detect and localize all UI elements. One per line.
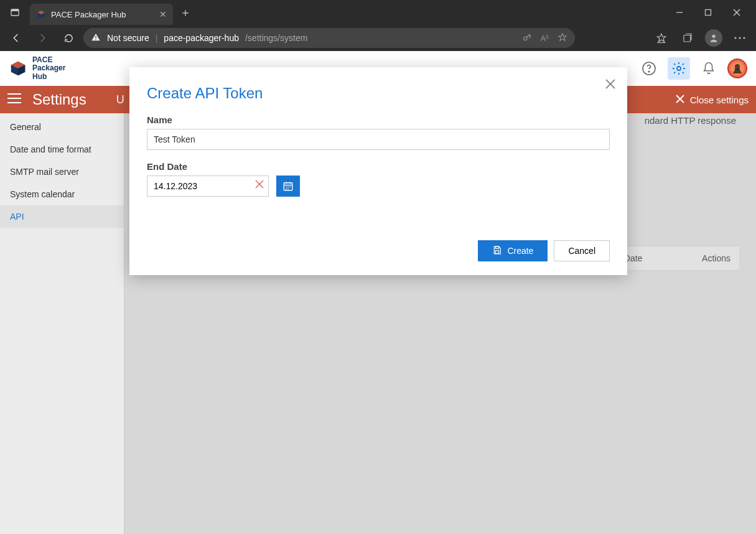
- cancel-label: Cancel: [568, 246, 595, 256]
- obscured-tab-letter: U: [116, 93, 124, 106]
- sidebar-item-smtp[interactable]: SMTP mail server: [0, 161, 124, 183]
- url-host: pace-packager-hub: [164, 33, 239, 43]
- svg-rect-1: [11, 9, 19, 11]
- svg-point-22: [677, 67, 681, 70]
- address-bar[interactable]: Not secure | pace-packager-hub/settings/…: [83, 28, 575, 48]
- tab-close-icon[interactable]: ✕: [159, 9, 167, 19]
- maximize-button[interactable]: [694, 0, 722, 25]
- save-icon: [492, 245, 502, 257]
- clear-date-icon[interactable]: [255, 180, 264, 191]
- settings-sidebar: General Date and time format SMTP mail s…: [0, 113, 124, 534]
- svg-rect-44: [496, 246, 499, 248]
- close-icon: [675, 94, 685, 106]
- address-bar-row: Not secure | pace-packager-hub/settings/…: [0, 25, 756, 51]
- svg-point-24: [735, 64, 740, 69]
- modal-close-button[interactable]: [605, 78, 616, 93]
- settings-title: Settings: [32, 91, 86, 108]
- end-date-input[interactable]: [147, 176, 269, 197]
- forward-button[interactable]: [31, 27, 54, 49]
- svg-point-13: [712, 35, 715, 38]
- svg-rect-9: [95, 39, 96, 39]
- svg-point-14: [734, 37, 736, 39]
- browser-tab[interactable]: PACE Packager Hub ✕: [30, 4, 173, 25]
- read-aloud-icon[interactable]: A)): [541, 34, 549, 43]
- minimize-button[interactable]: [665, 0, 694, 25]
- close-settings-label: Close settings: [690, 95, 749, 105]
- favorite-icon[interactable]: [558, 32, 567, 44]
- url-path: /settings/system: [245, 33, 307, 43]
- api-description-fragment: ndard HTTP response: [645, 113, 736, 128]
- cancel-button[interactable]: Cancel: [554, 240, 610, 261]
- create-label: Create: [507, 246, 533, 256]
- logo-text: PACE Packager Hub: [32, 56, 65, 81]
- svg-rect-25: [735, 68, 740, 70]
- svg-rect-12: [684, 35, 691, 42]
- profile-button[interactable]: [702, 27, 725, 49]
- browser-chrome: PACE Packager Hub ✕ ＋: [0, 0, 756, 51]
- user-avatar[interactable]: [727, 59, 747, 78]
- app-viewport: PACE Packager Hub Settings U Clos: [0, 51, 756, 534]
- svg-point-21: [648, 71, 650, 72]
- create-api-token-modal: Create API Token Name End Date: [129, 67, 627, 275]
- window-close-button[interactable]: [722, 0, 751, 25]
- name-input[interactable]: [147, 129, 610, 150]
- notifications-button[interactable]: [698, 57, 720, 80]
- reload-button[interactable]: [57, 27, 80, 49]
- svg-rect-5: [706, 10, 711, 16]
- window-controls: [665, 0, 751, 25]
- close-settings-button[interactable]: Close settings: [675, 94, 749, 106]
- end-date-label: End Date: [147, 161, 610, 172]
- modal-title: Create API Token: [147, 85, 610, 102]
- hamburger-icon[interactable]: [7, 91, 21, 108]
- name-label: Name: [147, 115, 610, 125]
- menu-button[interactable]: [729, 27, 751, 49]
- sidebar-item-datetime[interactable]: Date and time format: [0, 138, 124, 161]
- new-tab-button[interactable]: ＋: [175, 2, 195, 22]
- sidebar-item-api[interactable]: API: [0, 205, 124, 228]
- calendar-button[interactable]: [276, 176, 300, 197]
- favicon-icon: [36, 9, 46, 19]
- security-warning-icon: [91, 32, 101, 44]
- tab-bar: PACE Packager Hub ✕ ＋: [0, 0, 756, 25]
- svg-point-15: [739, 37, 740, 39]
- back-button[interactable]: [5, 27, 27, 49]
- tab-title: PACE Packager Hub: [51, 10, 126, 19]
- help-button[interactable]: [638, 57, 660, 80]
- tab-preview-icon[interactable]: [0, 7, 30, 17]
- favorites-button[interactable]: [650, 27, 673, 49]
- security-label: Not secure: [107, 33, 149, 43]
- app-logo[interactable]: PACE Packager Hub: [9, 56, 65, 81]
- svg-point-16: [743, 37, 745, 39]
- create-button[interactable]: Create: [478, 240, 548, 261]
- key-icon[interactable]: [522, 32, 532, 44]
- sidebar-item-calendar[interactable]: System calendar: [0, 183, 124, 205]
- logo-icon: [9, 59, 27, 78]
- svg-rect-45: [496, 250, 499, 253]
- svg-rect-8: [95, 36, 96, 38]
- settings-button[interactable]: [668, 57, 690, 80]
- sidebar-item-general[interactable]: General: [0, 116, 124, 138]
- svg-point-10: [523, 37, 526, 40]
- separator: |: [156, 33, 158, 43]
- collections-button[interactable]: [676, 27, 699, 49]
- col-actions: Actions: [702, 253, 730, 263]
